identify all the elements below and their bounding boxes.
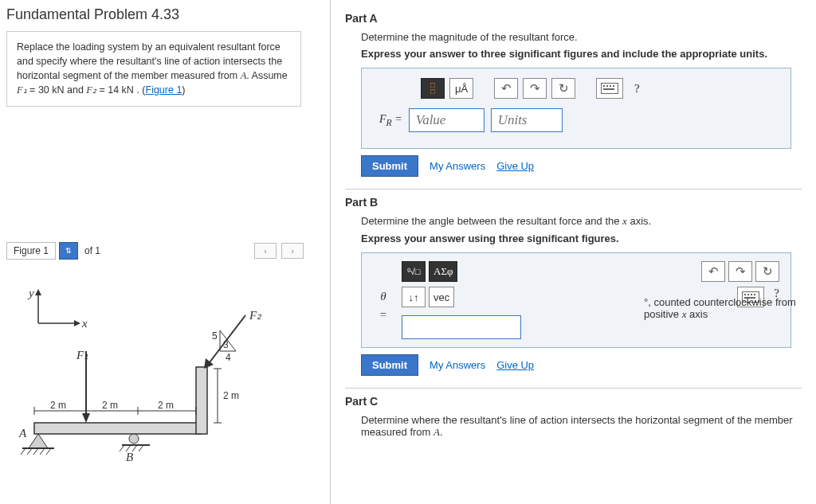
svg-text:3: 3 <box>223 339 229 350</box>
desc-var-F1: F₁ <box>17 84 27 96</box>
part-b-answer-input[interactable] <box>402 315 521 339</box>
template-picker-button[interactable]: □□ <box>421 78 445 99</box>
desc-text-2: . Assume <box>246 70 287 81</box>
svg-line-13 <box>40 448 45 455</box>
svg-marker-8 <box>29 434 48 448</box>
part-a-answer-box: □□ μÅ ↶ ↷ ↻ ? FR = <box>361 68 791 149</box>
part-c-header: Part C <box>345 395 802 408</box>
svg-text:y: y <box>27 287 34 299</box>
svg-marker-2 <box>35 289 41 295</box>
part-a-button-row: Submit My Answers Give Up <box>361 155 802 177</box>
part-b-submit-button[interactable]: Submit <box>361 354 418 376</box>
part-b-units-note: °, counted counterclockwise from positiv… <box>644 296 816 321</box>
part-a-submit-button[interactable]: Submit <box>361 155 418 177</box>
figure-prev-button[interactable]: ‹ <box>254 243 277 259</box>
part-a-input-row: FR = <box>379 108 779 132</box>
part-b-greek-button[interactable]: ΑΣφ <box>429 261 457 282</box>
part-b-theta: θ <box>379 290 388 303</box>
svg-text:2 m: 2 m <box>223 390 239 401</box>
part-b-redo-button[interactable]: ↷ <box>728 261 752 282</box>
part-b-instruction-2: Express your answer using three signific… <box>361 232 802 244</box>
svg-text:B: B <box>126 451 133 463</box>
desc-and: and <box>65 84 87 96</box>
svg-text:2 m: 2 m <box>102 400 118 411</box>
svg-line-21 <box>139 445 143 451</box>
units-mu-a-button[interactable]: μÅ <box>449 78 473 99</box>
svg-text:x: x <box>81 317 88 330</box>
part-b-button-row: Submit My Answers Give Up <box>361 354 802 376</box>
part-b-updown-button[interactable]: ↓↑ <box>402 287 426 307</box>
part-a-toolbar: □□ μÅ ↶ ↷ ↻ ? <box>421 78 779 99</box>
right-panel: Part A Determine the magnitude of the re… <box>331 0 816 504</box>
keyboard-button[interactable] <box>596 78 623 99</box>
part-a-instruction-2: Express your answer to three significant… <box>361 48 802 60</box>
part-a-value-input[interactable] <box>409 108 484 132</box>
part-a-my-answers-link[interactable]: My Answers <box>430 160 485 172</box>
figure-label: Figure 1 <box>6 242 56 260</box>
keyboard-icon <box>601 83 618 94</box>
part-a-instruction-1: Determine the magnitude of the resultant… <box>361 31 802 43</box>
reset-button[interactable]: ↻ <box>551 78 575 99</box>
figure-nav-bar: Figure 1 of 1 ‹ › <box>6 242 324 260</box>
svg-line-18 <box>120 445 124 451</box>
svg-line-14 <box>46 448 51 455</box>
part-a-header: Part A <box>345 12 802 25</box>
part-a-lhs: FR = <box>379 113 402 128</box>
figure-stepper[interactable] <box>59 242 78 260</box>
svg-line-10 <box>21 448 26 455</box>
part-a-give-up-link[interactable]: Give Up <box>496 160 534 172</box>
svg-text:F₁: F₁ <box>76 349 88 361</box>
part-b-vec-button[interactable]: vec <box>429 287 454 307</box>
svg-rect-6 <box>34 423 202 434</box>
part-b-undo-button[interactable]: ↶ <box>701 261 725 282</box>
svg-text:5: 5 <box>212 330 218 342</box>
svg-line-11 <box>27 448 32 455</box>
left-panel: Fundamental Problem 4.33 Replace the loa… <box>0 0 331 504</box>
figure-of-label: of 1 <box>84 245 100 256</box>
svg-line-12 <box>33 448 38 455</box>
svg-rect-7 <box>196 367 207 434</box>
problem-description: Replace the loading system by an equival… <box>6 31 301 107</box>
problem-title: Fundamental Problem 4.33 <box>6 6 324 23</box>
help-button[interactable]: ? <box>634 82 640 96</box>
svg-marker-3 <box>74 320 80 326</box>
part-b-eq: = <box>373 308 394 322</box>
part-b-template-button[interactable]: ⁰√□ <box>402 261 426 282</box>
part-b-my-answers-link[interactable]: My Answers <box>430 359 485 371</box>
part-b-give-up-link[interactable]: Give Up <box>496 359 534 371</box>
svg-text:A: A <box>18 427 27 440</box>
svg-text:2 m: 2 m <box>50 400 66 411</box>
separator-ab <box>345 189 802 189</box>
part-b-reset-button[interactable]: ↻ <box>755 261 779 282</box>
svg-text:4: 4 <box>226 352 231 363</box>
part-c-instruction: Determine where the resultant's line of … <box>361 414 802 439</box>
separator-bc <box>345 388 802 389</box>
redo-button[interactable]: ↷ <box>523 78 547 99</box>
part-b-instruction-1: Determine the angle between the resultan… <box>361 215 802 228</box>
svg-text:F₂: F₂ <box>249 309 262 322</box>
desc-text-3: . ( <box>134 84 146 96</box>
desc-eq1: = 30 kN <box>27 84 65 96</box>
figure-next-button[interactable]: › <box>281 243 304 259</box>
desc-text-4: ) <box>182 84 185 96</box>
desc-var-F2: F₂ <box>86 84 96 96</box>
svg-point-16 <box>129 434 139 443</box>
part-a-units-input[interactable] <box>491 108 563 132</box>
svg-text:2 m: 2 m <box>158 400 174 411</box>
desc-eq2: = 14 kN <box>96 84 134 96</box>
undo-button[interactable]: ↶ <box>494 78 518 99</box>
part-b-header: Part B <box>345 196 802 209</box>
figure-diagram: y x A B F₁ F₂ <box>6 272 297 471</box>
figure-link[interactable]: Figure 1 <box>146 84 182 96</box>
